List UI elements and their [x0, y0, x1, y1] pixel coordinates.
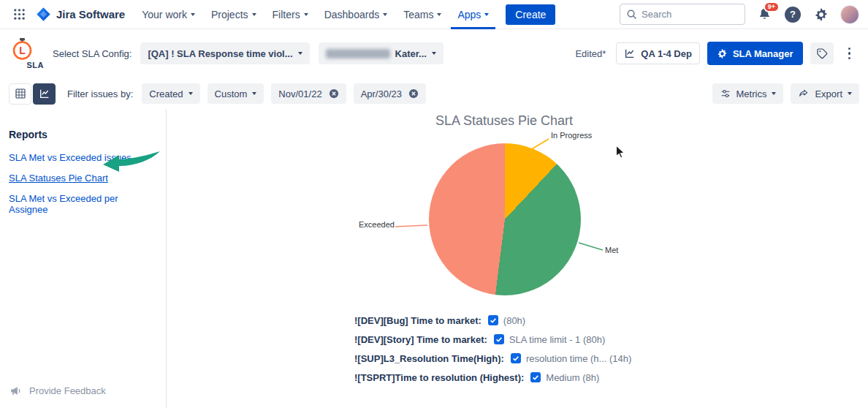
tag-icon	[816, 48, 828, 59]
mouse-cursor	[614, 145, 627, 159]
notification-badge: 9+	[764, 1, 780, 13]
annotation-arrow-icon	[101, 150, 162, 175]
checkbox-checked[interactable]	[494, 334, 504, 344]
sliders-icon	[720, 88, 731, 99]
sla-config-dropdown[interactable]: [QA] ! SLA Response time viol...	[140, 42, 309, 64]
user-avatar[interactable]	[840, 5, 859, 24]
metric-value: SLA time limit - 1 (80h)	[509, 334, 606, 345]
nav-item-teams[interactable]: Teams	[397, 0, 448, 29]
date-to-chip[interactable]: Apr/30/23	[354, 83, 426, 104]
date-from-chip[interactable]: Nov/01/22	[271, 83, 346, 104]
sla-owner-dropdown[interactable]: Kater...	[319, 42, 443, 64]
sla-metric-list: ![DEV][Bug] Time to market: (80h) ![DEV]…	[354, 314, 631, 390]
edited-status: Edited*	[575, 48, 606, 59]
chevron-down-icon	[298, 52, 302, 55]
chart-view-button[interactable]	[33, 83, 56, 105]
checkbox-checked[interactable]	[511, 353, 521, 363]
checkbox-checked[interactable]	[488, 315, 498, 325]
metric-value: Medium (8h)	[546, 372, 599, 383]
jira-logo-icon	[36, 7, 51, 22]
redacted-text	[326, 49, 390, 58]
nav-item-label: Dashboards	[324, 9, 380, 20]
metrics-button[interactable]: Metrics	[712, 83, 784, 104]
filter-actions: Metrics Export	[712, 83, 859, 104]
chevron-down-icon	[383, 13, 387, 16]
nav-item-label: Filters	[273, 9, 300, 20]
app-switcher-button[interactable]	[9, 5, 30, 23]
metric-label: ![SUP]L3_Resolution Time(High):	[354, 353, 504, 364]
nav-item-filters[interactable]: Filters	[266, 0, 315, 29]
date-to-value: Apr/30/23	[361, 88, 402, 99]
sla-metric-row: ![DEV][Story] Time to market: SLA time l…	[354, 333, 631, 345]
nav-item-apps[interactable]: Apps	[451, 0, 495, 29]
table-grid-icon	[15, 88, 26, 99]
stopwatch-icon: L	[10, 37, 35, 62]
checkbox-checked[interactable]	[530, 372, 541, 382]
help-button[interactable]: ?	[783, 5, 802, 24]
pie-chart[interactable]	[429, 143, 581, 295]
search-icon	[626, 9, 637, 20]
sla-config-value: [QA] ! SLA Response time viol...	[148, 48, 292, 59]
gear-icon	[717, 48, 728, 59]
pie-label-in-progress: In Progress	[551, 131, 592, 140]
nav-item-projects[interactable]: Projects	[205, 0, 263, 29]
sidebar-item-met-vs-exceeded-assignee[interactable]: SLA Met vs Exceeded per Assignee	[9, 193, 157, 215]
date-from-value: Nov/01/22	[278, 88, 321, 99]
filter-issues-label: Filter issues by:	[67, 88, 133, 99]
sla-config-bar: L SLA Select SLA Config: [QA] ! SLA Resp…	[0, 29, 868, 78]
check-icon	[495, 336, 503, 343]
settings-button[interactable]	[812, 5, 831, 24]
metric-label: ![TSPRT]Time to resolution (Highest):	[354, 372, 524, 383]
metric-value: resolution time (h... (14h)	[526, 353, 632, 364]
topnav-right-group: 9+ ?	[620, 4, 859, 25]
megaphone-icon	[9, 384, 23, 398]
app-name: Jira Software	[56, 8, 125, 20]
check-icon	[512, 355, 519, 362]
sla-owner-value: Kater...	[395, 48, 427, 59]
search-input[interactable]	[642, 9, 729, 20]
share-arrow-icon	[798, 88, 810, 99]
remove-date-from-button[interactable]	[329, 88, 339, 99]
jira-logo[interactable]: Jira Software	[33, 7, 132, 22]
export-label: Export	[815, 88, 842, 99]
search-box[interactable]	[620, 4, 745, 25]
config-actions: Edited* QA 1-4 Dep SLA Manager	[575, 42, 858, 65]
top-navigation: Jira Software Your work Projects Filters…	[0, 0, 868, 29]
pie-label-met: Met	[605, 246, 618, 254]
metric-label: ![DEV][Bug] Time to market:	[354, 315, 481, 326]
report-content: SLA Statuses Pie Chart In Progress Excee…	[167, 110, 868, 408]
metric-value: (80h)	[503, 315, 525, 326]
export-button[interactable]: Export	[791, 83, 859, 104]
provide-feedback-label: Provide Feedback	[29, 385, 106, 396]
svg-text:L: L	[19, 45, 26, 56]
view-toggle	[9, 83, 56, 105]
provide-feedback-link[interactable]: Provide Feedback	[9, 384, 106, 398]
create-button[interactable]: Create	[506, 4, 555, 25]
sla-metric-row: ![TSPRT]Time to resolution (Highest): Me…	[354, 371, 631, 383]
qa-dep-button[interactable]: QA 1-4 Dep	[616, 42, 700, 64]
chevron-down-icon	[432, 52, 436, 55]
notifications-button[interactable]: 9+	[755, 5, 774, 24]
sla-manager-button[interactable]: SLA Manager	[707, 42, 803, 65]
more-options-button[interactable]	[841, 43, 859, 64]
remove-date-to-button[interactable]	[408, 88, 419, 99]
date-field-dropdown[interactable]: Created	[142, 83, 199, 104]
nav-item-your-work[interactable]: Your work	[135, 0, 202, 29]
table-view-button[interactable]	[9, 83, 31, 105]
chart-title: SLA Statuses Pie Chart	[167, 113, 841, 129]
sla-metric-row: ![SUP]L3_Resolution Time(High): resoluti…	[354, 352, 631, 364]
chevron-down-icon	[189, 92, 193, 95]
date-field-value: Created	[149, 88, 183, 99]
circle-x-icon	[408, 88, 419, 99]
nav-item-dashboards[interactable]: Dashboards	[318, 0, 395, 29]
circle-x-icon	[329, 88, 339, 99]
tag-button[interactable]	[810, 42, 834, 64]
question-icon: ?	[785, 7, 801, 23]
nav-item-label: Projects	[211, 9, 248, 20]
kebab-icon	[848, 48, 851, 50]
period-dropdown[interactable]: Custom	[208, 83, 264, 104]
nav-item-label: Your work	[142, 9, 187, 20]
line-chart-icon	[624, 48, 636, 59]
metrics-label: Metrics	[736, 88, 767, 99]
chevron-down-icon	[484, 13, 489, 16]
